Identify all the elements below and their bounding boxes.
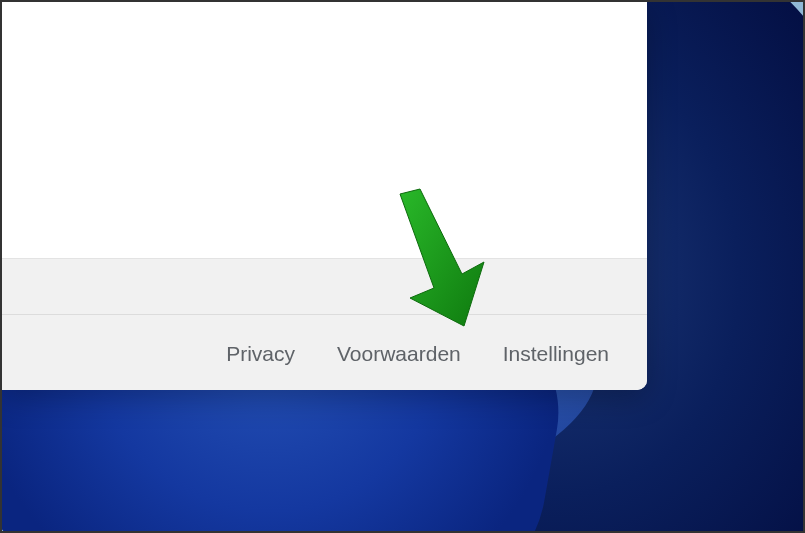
settings-link[interactable]: Instellingen: [503, 342, 609, 366]
app-window: Privacy Voorwaarden Instellingen: [2, 2, 647, 390]
terms-link[interactable]: Voorwaarden: [337, 342, 461, 366]
window-content-area: [2, 2, 647, 258]
footer-links-container: Privacy Voorwaarden Instellingen: [226, 342, 609, 366]
privacy-link[interactable]: Privacy: [226, 342, 295, 366]
window-footer: Privacy Voorwaarden Instellingen: [2, 258, 647, 390]
